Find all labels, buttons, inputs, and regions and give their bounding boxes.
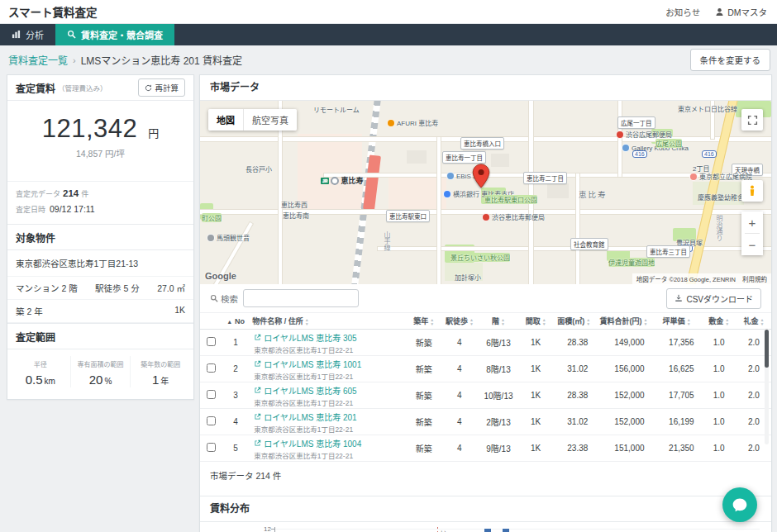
refresh-icon	[145, 84, 152, 92]
market-table-row[interactable]: 4ロイヤルLMS 恵比寿 201東京都渋谷区恵比寿1丁目22-21新築42階/1…	[200, 409, 771, 435]
cell-deposit: 1.0	[702, 330, 736, 356]
cell-floor: 10階/13	[478, 382, 519, 409]
table-header-5[interactable]: 間取▲▼	[519, 313, 552, 330]
top-header: スマート賃料査定 お知らせ DMマスタ	[0, 0, 777, 24]
table-header-10[interactable]: 礼金▲▼	[736, 313, 771, 330]
cell-walk: 4	[441, 330, 478, 356]
sort-icon: ▲▼	[687, 318, 691, 325]
blue-poi-icon	[622, 144, 630, 152]
cell-built: 新築	[407, 330, 441, 356]
map[interactable]: リモートルームAFURI 恵比寿恵比寿橋入口恵比寿一丁目広尾一丁目渋谷広尾郵便局…	[200, 101, 771, 284]
cell-no: 2	[222, 356, 250, 382]
map-label: 渋谷恵比寿郵便局	[482, 212, 545, 221]
cell-walk: 4	[441, 409, 478, 435]
sort-icon: ▲▼	[586, 318, 590, 325]
table-header-1[interactable]: 物件名称 / 住所▲▼	[250, 313, 407, 330]
market-table-row[interactable]: 1ロイヤルLMS 恵比寿 305東京都渋谷区恵比寿1丁目22-21新築46階/1…	[200, 330, 771, 356]
breadcrumb-list-link[interactable]: 賃料査定一覧	[8, 53, 68, 67]
cell-area: 28.38	[552, 330, 595, 356]
pegman-icon	[747, 185, 757, 197]
fullscreen-icon	[747, 115, 758, 126]
map-label-badge: 社会教育館	[570, 238, 608, 250]
property-link[interactable]: ロイヤルLMS 恵比寿 605	[254, 384, 403, 397]
map-attribution: 地図データ ©2018 Google, ZENRIN 利用規約	[632, 273, 771, 284]
change-conditions-button[interactable]: 条件を変更する	[690, 49, 771, 71]
cell-area: 28.38	[552, 382, 595, 409]
user-menu[interactable]: DMマスタ	[715, 6, 767, 18]
user-name: DMマスタ	[727, 6, 767, 18]
row-checkbox[interactable]	[207, 416, 216, 425]
terms-link[interactable]: 利用規約	[742, 274, 767, 283]
map-type-satellite-button[interactable]: 航空写真	[244, 109, 297, 131]
cell-walk: 4	[441, 382, 478, 409]
range-grid: 半径0.5km専有面積の範囲20%築年数の範囲1年	[7, 349, 193, 399]
bank-poi-icon	[443, 190, 451, 198]
map-label: 山手線	[382, 231, 391, 251]
cell-no: 1	[222, 330, 250, 356]
table-header-7[interactable]: 賃料合計(円)▲▼	[595, 313, 651, 330]
tab-appraisal[interactable]: 賃料査定・競合調査	[55, 23, 174, 45]
distribution-plot: 物件数 121,342 121110	[200, 522, 771, 532]
cell-rent: 156,000	[595, 356, 651, 382]
cell-deposit: 1.0	[702, 409, 736, 435]
property-link[interactable]: ロイヤルLMS 恵比寿 1001	[254, 358, 403, 370]
property-link[interactable]: ロイヤルLMS 恵比寿 305	[254, 331, 403, 344]
table-header-8[interactable]: 坪単価▲▼	[652, 313, 702, 330]
market-table-row[interactable]: 5ロイヤルLMS 恵比寿 1004東京都渋谷区恵比寿1丁目22-21新築49階/…	[200, 435, 771, 462]
map-label: 景丘ちいさい秋公園	[450, 253, 510, 262]
cell-layout: 1K	[519, 356, 552, 382]
google-logo: Google	[205, 271, 236, 281]
zoom-out-button[interactable]: −	[741, 234, 763, 255]
market-table: ▲No物件名称 / 住所▲▼築年▲▼駅徒歩▲▼階▲▼間取▲▼面積(㎡)▲▼賃料合…	[200, 312, 771, 462]
map-label: 馬頭観世音	[207, 233, 250, 242]
scrollbar-thumb[interactable]	[765, 330, 769, 368]
map-label: 恵比寿西	[281, 200, 307, 209]
y-tick-label: 12	[258, 525, 271, 532]
cell-area: 31.02	[552, 356, 595, 382]
sort-asc-icon: ▲	[226, 319, 232, 325]
map-type-map-button[interactable]: 地図	[208, 109, 244, 131]
search-input[interactable]	[243, 289, 359, 307]
table-scrollbar[interactable]	[765, 328, 769, 444]
y-axis	[274, 527, 275, 532]
map-label-badge: 恵比寿橋入口	[460, 137, 504, 150]
map-label: 恵比寿駅東口公園	[484, 195, 537, 204]
csv-download-button[interactable]: CSVダウンロード	[666, 288, 761, 309]
chat-widget-button[interactable]	[722, 487, 757, 522]
zoom-in-button[interactable]: +	[741, 211, 763, 233]
gridline	[275, 529, 760, 530]
range-item: 築年数の範囲1年	[130, 356, 190, 387]
market-table-wrap: ▲No物件名称 / 住所▲▼築年▲▼駅徒歩▲▼階▲▼間取▲▼面積(㎡)▲▼賃料合…	[200, 312, 771, 462]
table-header-9[interactable]: 敷金▲▼	[702, 313, 736, 330]
table-header-6[interactable]: 面積(㎡)▲▼	[552, 313, 595, 330]
notice-link[interactable]: お知らせ	[665, 6, 700, 18]
recalculate-button[interactable]: 再計算	[138, 78, 185, 97]
map-pin[interactable]	[472, 164, 490, 188]
row-checkbox[interactable]	[207, 363, 216, 373]
search-label: 検索	[210, 292, 238, 305]
cell-tsubo: 17,356	[652, 330, 702, 356]
row-checkbox[interactable]	[207, 390, 216, 399]
cell-walk: 4	[441, 435, 478, 462]
property-link[interactable]: ロイヤルLMS 恵比寿 1004	[254, 437, 403, 449]
fullscreen-button[interactable]	[741, 109, 763, 131]
market-table-row[interactable]: 3ロイヤルLMS 恵比寿 605東京都渋谷区恵比寿1丁目22-21新築410階/…	[200, 382, 771, 409]
tab-analysis[interactable]: 分析	[0, 23, 55, 45]
property-row-address: 東京都渋谷区恵比寿1丁目22-21	[254, 344, 403, 354]
row-checkbox[interactable]	[207, 443, 216, 452]
market-table-row[interactable]: 2ロイヤルLMS 恵比寿 1001東京都渋谷区恵比寿1丁目22-21新築48階/…	[200, 356, 771, 382]
food-poi-icon	[387, 119, 395, 127]
search-icon	[67, 30, 76, 39]
row-checkbox[interactable]	[207, 337, 216, 346]
map-label-badge: 広尾一丁目	[617, 116, 655, 129]
table-header-no[interactable]: ▲No	[222, 313, 250, 330]
table-header-4[interactable]: 階▲▼	[478, 313, 519, 330]
pegman-button[interactable]	[741, 180, 763, 202]
table-header-3[interactable]: 駅徒歩▲▼	[441, 313, 478, 330]
property-row1: マンション 2 階駅徒歩 5 分27.0 ㎡	[7, 277, 193, 300]
table-header-2[interactable]: 築年▲▼	[407, 313, 441, 330]
property-link[interactable]: ロイヤルLMS 恵比寿 201	[254, 411, 403, 423]
cell-deposit: 1.0	[702, 435, 736, 462]
app-title: スマート賃料査定	[0, 3, 98, 20]
shrine-poi-icon	[207, 234, 215, 242]
